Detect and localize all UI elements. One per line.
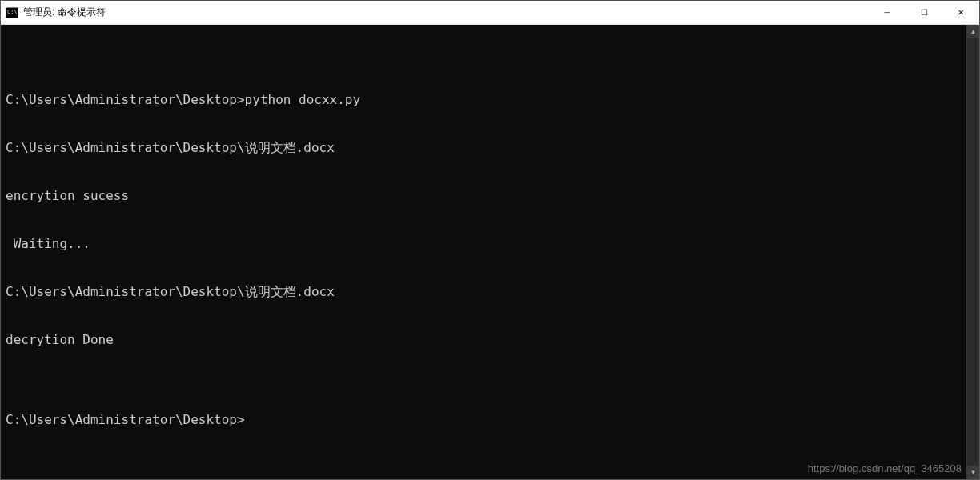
minimize-button[interactable]: ─ bbox=[869, 1, 906, 24]
scroll-down-button[interactable]: ▼ bbox=[967, 466, 979, 479]
titlebar[interactable]: C:\ 管理员: 命令提示符 ─ ☐ ✕ bbox=[1, 1, 979, 25]
scroll-track[interactable] bbox=[967, 38, 979, 466]
maximize-button[interactable]: ☐ bbox=[906, 1, 942, 24]
scroll-up-button[interactable]: ▲ bbox=[967, 25, 979, 38]
cmd-icon: C:\ bbox=[6, 7, 18, 18]
terminal-line: encrytion sucess bbox=[6, 188, 962, 204]
command-prompt-window: C:\ 管理员: 命令提示符 ─ ☐ ✕ C:\Users\Administra… bbox=[0, 0, 980, 480]
terminal-prompt: C:\Users\Administrator\Desktop> bbox=[6, 412, 245, 427]
window-controls: ─ ☐ ✕ bbox=[869, 1, 979, 24]
terminal-output[interactable]: C:\Users\Administrator\Desktop>python do… bbox=[1, 25, 966, 479]
close-button[interactable]: ✕ bbox=[942, 1, 979, 24]
terminal-line: C:\Users\Administrator\Desktop>python do… bbox=[6, 92, 962, 108]
terminal-line: decrytion Done bbox=[6, 332, 962, 348]
terminal-line: C:\Users\Administrator\Desktop\说明文档.docx bbox=[6, 140, 962, 156]
cursor bbox=[245, 414, 251, 427]
vertical-scrollbar[interactable]: ▲ ▼ bbox=[966, 25, 979, 479]
window-title: 管理员: 命令提示符 bbox=[23, 6, 106, 19]
terminal-line: C:\Users\Administrator\Desktop\说明文档.docx bbox=[6, 284, 962, 300]
terminal-prompt-line: C:\Users\Administrator\Desktop> bbox=[6, 412, 962, 428]
titlebar-left: C:\ 管理员: 命令提示符 bbox=[6, 6, 106, 19]
terminal-area: C:\Users\Administrator\Desktop>python do… bbox=[1, 25, 979, 479]
terminal-line: Waiting... bbox=[6, 236, 962, 252]
